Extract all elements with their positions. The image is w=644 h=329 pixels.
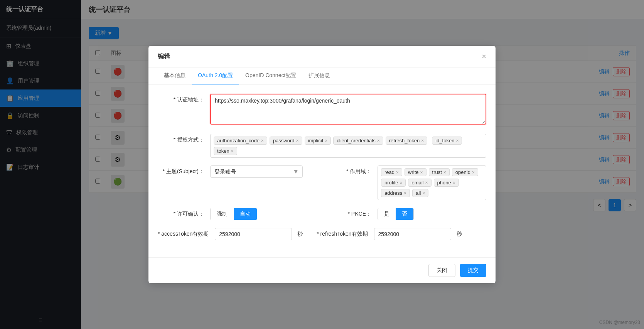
tag-password: password × bbox=[270, 137, 302, 145]
auth-url-input[interactable]: https://sso.maxkey.top:3000/grafana/logi… bbox=[210, 94, 486, 125]
approval-pkce-row: * 许可确认： 强制 自动 * PKCE： 是 否 bbox=[158, 208, 486, 220]
subject-wrap: 登录账号 用户ID ▼ bbox=[210, 165, 319, 178]
tab-basic[interactable]: 基本信息 bbox=[158, 67, 192, 84]
cancel-button[interactable]: 关闭 bbox=[428, 264, 455, 277]
dialog-close-btn[interactable]: × bbox=[482, 52, 486, 61]
tag-close-profile[interactable]: × bbox=[400, 180, 402, 186]
access-token-wrap: 秒 bbox=[215, 228, 303, 240]
tag-close-all[interactable]: × bbox=[422, 191, 425, 196]
subject-label: * 主题(Subject)： bbox=[158, 165, 204, 175]
pkce-no-btn[interactable]: 否 bbox=[396, 208, 413, 220]
tag-authorization-code: authorization_code × bbox=[214, 137, 267, 145]
token-validity-row: * accessToken有效期 秒 * refreshToken有效期 秒 bbox=[158, 228, 486, 240]
tag-close-openid[interactable]: × bbox=[472, 170, 475, 175]
modal-overlay[interactable]: 编辑 × 基本信息 OAuth 2.0配置 OpenID Connect配置 扩… bbox=[0, 0, 644, 329]
pkce-label: * PKCE： bbox=[325, 208, 371, 218]
tab-ext[interactable]: 扩展信息 bbox=[302, 67, 336, 84]
tag-address: address × bbox=[381, 189, 410, 197]
refresh-token-label: * refreshToken有效期 bbox=[317, 228, 368, 238]
tag-close-client-credentials[interactable]: × bbox=[377, 138, 380, 143]
tag-all: all × bbox=[412, 189, 428, 197]
refresh-token-wrap: 秒 bbox=[374, 228, 462, 240]
tag-email: email × bbox=[408, 179, 431, 187]
subject-scope-row: * 主题(Subject)： 登录账号 用户ID ▼ * 作用域： read bbox=[158, 165, 486, 200]
grant-types-row: * 授权方式： authorization_code × password × … bbox=[158, 134, 486, 158]
tag-close-email[interactable]: × bbox=[425, 180, 428, 186]
dialog-title: 编辑 bbox=[158, 52, 170, 61]
subject-select-wrap: 登录账号 用户ID ▼ bbox=[210, 165, 303, 178]
pkce-radio-group: 是 否 bbox=[378, 208, 414, 220]
access-token-label: * accessToken有效期 bbox=[158, 228, 209, 238]
grant-types-wrap: authorization_code × password × implicit… bbox=[210, 134, 486, 158]
tag-read: read × bbox=[381, 168, 402, 176]
tag-profile: profile × bbox=[381, 179, 406, 187]
tag-close-token[interactable]: × bbox=[231, 148, 234, 154]
tag-phone: phone × bbox=[434, 179, 459, 187]
submit-button[interactable]: 提交 bbox=[460, 264, 486, 277]
tag-close-write[interactable]: × bbox=[420, 170, 423, 175]
tag-openid: openid × bbox=[452, 168, 478, 176]
pkce-wrap: 是 否 bbox=[378, 208, 486, 220]
dialog-body: * 认证地址： https://sso.maxkey.top:3000/graf… bbox=[148, 84, 496, 257]
tag-refresh-token: refresh_token × bbox=[386, 137, 428, 145]
tag-implicit: implicit × bbox=[305, 137, 331, 145]
tag-token: token × bbox=[214, 147, 237, 155]
edit-dialog: 编辑 × 基本信息 OAuth 2.0配置 OpenID Connect配置 扩… bbox=[148, 46, 496, 283]
watermark: CSDN @memory23 bbox=[599, 320, 640, 325]
approval-force-btn[interactable]: 强制 bbox=[211, 208, 234, 220]
tag-close-authorization-code[interactable]: × bbox=[261, 138, 264, 143]
auth-url-row: * 认证地址： https://sso.maxkey.top:3000/graf… bbox=[158, 94, 486, 126]
tag-close-id-token[interactable]: × bbox=[456, 138, 459, 143]
tag-close-refresh-token[interactable]: × bbox=[421, 138, 424, 143]
access-token-unit: 秒 bbox=[297, 231, 303, 238]
auth-url-label: * 认证地址： bbox=[158, 94, 204, 103]
grant-types-input[interactable]: authorization_code × password × implicit… bbox=[210, 134, 486, 158]
tag-close-read[interactable]: × bbox=[396, 170, 399, 175]
dialog-header: 编辑 × bbox=[148, 46, 496, 67]
access-token-input[interactable] bbox=[215, 228, 292, 240]
tag-close-phone[interactable]: × bbox=[453, 180, 455, 186]
tab-oauth[interactable]: OAuth 2.0配置 bbox=[192, 67, 239, 84]
tag-close-trust[interactable]: × bbox=[443, 170, 446, 175]
subject-select[interactable]: 登录账号 用户ID bbox=[210, 165, 303, 178]
approval-label: * 许可确认： bbox=[158, 208, 204, 218]
tag-close-implicit[interactable]: × bbox=[325, 138, 327, 143]
scope-input[interactable]: read × write × trust × openid bbox=[378, 165, 486, 200]
approval-wrap: 强制 自动 bbox=[210, 208, 319, 220]
dialog-tabs: 基本信息 OAuth 2.0配置 OpenID Connect配置 扩展信息 bbox=[148, 67, 496, 84]
dialog-footer: 关闭 提交 bbox=[148, 257, 496, 283]
approval-auto-btn[interactable]: 自动 bbox=[234, 208, 257, 220]
tag-client-credentials: client_credentials × bbox=[333, 137, 383, 145]
refresh-token-input[interactable] bbox=[374, 228, 451, 240]
tag-trust: trust × bbox=[429, 168, 450, 176]
tab-openid[interactable]: OpenID Connect配置 bbox=[239, 67, 302, 84]
grant-types-label: * 授权方式： bbox=[158, 134, 204, 143]
refresh-token-unit: 秒 bbox=[457, 231, 462, 238]
approval-radio-group: 强制 自动 bbox=[210, 208, 257, 220]
scope-label: * 作用域： bbox=[325, 165, 371, 175]
tag-id-token: id_token × bbox=[432, 137, 462, 145]
auth-url-wrap: https://sso.maxkey.top:3000/grafana/logi… bbox=[210, 94, 486, 126]
tag-close-address[interactable]: × bbox=[404, 191, 406, 196]
pkce-yes-btn[interactable]: 是 bbox=[378, 208, 396, 220]
tag-write: write × bbox=[405, 168, 426, 176]
scope-wrap: read × write × trust × openid bbox=[378, 165, 486, 200]
tag-close-password[interactable]: × bbox=[296, 138, 299, 143]
